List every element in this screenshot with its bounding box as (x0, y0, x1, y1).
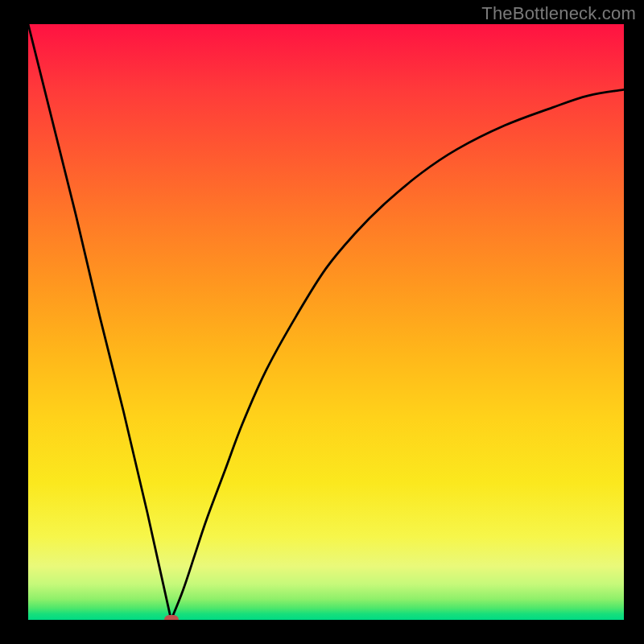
optimal-point-marker (164, 615, 179, 620)
bottleneck-curve (28, 24, 624, 620)
watermark-text: TheBottleneck.com (481, 3, 636, 24)
plot-area (28, 24, 624, 620)
chart-frame: TheBottleneck.com (0, 0, 644, 644)
